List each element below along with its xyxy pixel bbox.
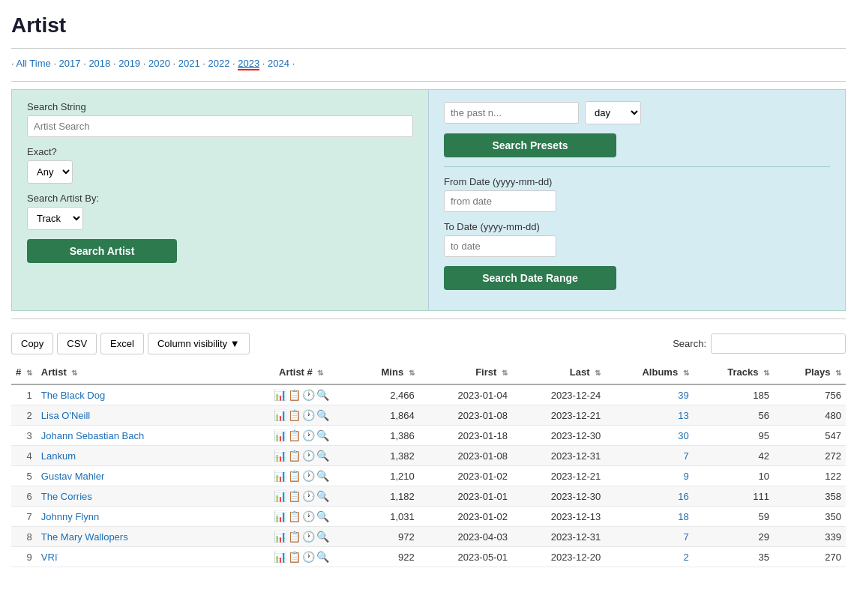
clock-icon[interactable]: 🕐 (302, 409, 315, 421)
year-link-2021[interactable]: 2021 (178, 58, 200, 69)
search-icon[interactable]: 🔍 (316, 510, 329, 522)
col-header-mins[interactable]: Mins ⇅ (352, 360, 419, 384)
col-header-first[interactable]: First ⇅ (419, 360, 512, 384)
albums-link[interactable]: 30 (678, 430, 688, 441)
search-string-input[interactable] (27, 115, 413, 137)
exact-select[interactable]: Any Yes No (27, 160, 73, 184)
year-link-2024[interactable]: 2024 (268, 58, 289, 69)
day-select[interactable]: day week month year (585, 101, 641, 124)
search-date-range-button[interactable]: Search Date Range (444, 266, 616, 290)
table-row: 4 Lankum 📊 📋 🕐 🔍 1,382 2023-01-08 2023-1… (11, 446, 846, 466)
table-search-input[interactable] (711, 333, 846, 354)
col-header-artist-num[interactable]: Artist # ⇅ (250, 360, 352, 384)
col-header-num[interactable]: # ⇅ (11, 360, 37, 384)
search-icon[interactable]: 🔍 (316, 551, 329, 563)
clock-icon[interactable]: 🕐 (302, 470, 315, 482)
artist-link[interactable]: The Mary Wallopers (41, 531, 128, 543)
clock-icon[interactable]: 🕐 (302, 510, 315, 522)
column-visibility-button[interactable]: Column visibility ▼ (148, 333, 250, 354)
cell-mins: 1,382 (352, 446, 419, 466)
cell-num: 2 (11, 405, 37, 426)
search-string-group: Search String (27, 101, 413, 137)
bar-chart-icon[interactable]: 📊 (274, 409, 286, 421)
search-artist-button[interactable]: Search Artist (27, 239, 177, 263)
bar-chart-icon[interactable]: 📊 (274, 551, 286, 563)
artist-link[interactable]: Lisa O'Neill (41, 410, 90, 421)
clock-icon[interactable]: 🕐 (302, 551, 315, 563)
albums-link[interactable]: 18 (678, 511, 688, 522)
albums-link[interactable]: 39 (678, 390, 688, 401)
title-divider (11, 48, 846, 49)
col-header-albums[interactable]: Albums ⇅ (605, 360, 694, 384)
search-icon[interactable]: 🔍 (316, 409, 329, 421)
clock-icon[interactable]: 🕐 (302, 490, 315, 502)
year-link-2022[interactable]: 2022 (208, 58, 230, 69)
albums-link[interactable]: 9 (684, 471, 689, 482)
search-icon[interactable]: 🔍 (316, 470, 329, 482)
artist-link[interactable]: Gustav Mahler (41, 471, 105, 482)
artist-link[interactable]: Johann Sebastian Bach (41, 430, 144, 441)
bar-chart-icon[interactable]: 📊 (274, 490, 286, 502)
list-icon[interactable]: 📋 (288, 409, 301, 421)
bar-chart-icon[interactable]: 📊 (274, 470, 286, 482)
search-icon[interactable]: 🔍 (316, 450, 329, 462)
past-n-input[interactable] (444, 102, 579, 124)
csv-button[interactable]: CSV (57, 333, 97, 354)
list-icon[interactable]: 📋 (288, 429, 301, 441)
clock-icon[interactable]: 🕐 (302, 450, 315, 462)
col-header-tracks[interactable]: Tracks ⇅ (694, 360, 774, 384)
col-header-last[interactable]: Last ⇅ (512, 360, 605, 384)
year-link-2017[interactable]: 2017 (59, 58, 81, 69)
artist-link[interactable]: VRï (41, 552, 58, 563)
bar-chart-icon[interactable]: 📊 (274, 531, 286, 543)
albums-link[interactable]: 7 (684, 450, 689, 462)
list-icon[interactable]: 📋 (288, 470, 301, 482)
search-presets-button[interactable]: Search Presets (444, 133, 616, 157)
artist-link[interactable]: Lankum (41, 450, 76, 462)
copy-button[interactable]: Copy (11, 333, 53, 354)
list-icon[interactable]: 📋 (288, 531, 301, 543)
list-icon[interactable]: 📋 (288, 490, 301, 502)
albums-link[interactable]: 2 (684, 552, 689, 563)
cell-mins: 922 (352, 547, 419, 567)
albums-link[interactable]: 16 (678, 491, 688, 502)
bar-chart-icon[interactable]: 📊 (274, 389, 286, 401)
col-header-artist[interactable]: Artist ⇅ (37, 360, 250, 384)
list-icon[interactable]: 📋 (288, 510, 301, 522)
list-icon[interactable]: 📋 (288, 450, 301, 462)
bar-chart-icon[interactable]: 📊 (274, 450, 286, 462)
cell-artist-num: 📊 📋 🕐 🔍 (250, 466, 352, 486)
year-link-2020[interactable]: 2020 (148, 58, 170, 69)
search-icon[interactable]: 🔍 (316, 429, 329, 441)
year-link-2018[interactable]: 2018 (88, 58, 110, 69)
from-date-input[interactable] (444, 190, 556, 212)
albums-link[interactable]: 13 (678, 410, 688, 421)
cell-first: 2023-01-08 (419, 405, 512, 426)
year-link-2023[interactable]: 2023 (238, 58, 259, 70)
cell-mins: 2,466 (352, 384, 419, 405)
clock-icon[interactable]: 🕐 (302, 429, 315, 441)
bar-chart-icon[interactable]: 📊 (274, 429, 286, 441)
excel-button[interactable]: Excel (100, 333, 144, 354)
albums-link[interactable]: 7 (684, 531, 689, 543)
list-icon[interactable]: 📋 (288, 389, 301, 401)
search-by-select[interactable]: Track Album Artist (27, 207, 83, 230)
to-date-input[interactable] (444, 235, 556, 257)
table-row: 8 The Mary Wallopers 📊 📋 🕐 🔍 972 2023-04… (11, 527, 846, 547)
clock-icon[interactable]: 🕐 (302, 531, 315, 543)
search-icon[interactable]: 🔍 (316, 389, 329, 401)
year-link-2019[interactable]: 2019 (118, 58, 140, 69)
col-header-plays[interactable]: Plays ⇅ (774, 360, 846, 384)
artist-link[interactable]: Johnny Flynn (41, 511, 99, 522)
artist-link[interactable]: The Corries (41, 491, 92, 502)
cell-plays: 480 (774, 405, 846, 426)
search-icon[interactable]: 🔍 (316, 490, 329, 502)
cell-albums: 13 (605, 405, 694, 426)
artist-icon-group: 📊 📋 🕐 🔍 (274, 551, 329, 563)
bar-chart-icon[interactable]: 📊 (274, 510, 286, 522)
clock-icon[interactable]: 🕐 (302, 389, 315, 401)
list-icon[interactable]: 📋 (288, 551, 301, 563)
year-link-alltime[interactable]: All Time (16, 58, 51, 69)
artist-link[interactable]: The Black Dog (41, 390, 105, 401)
search-icon[interactable]: 🔍 (316, 531, 329, 543)
